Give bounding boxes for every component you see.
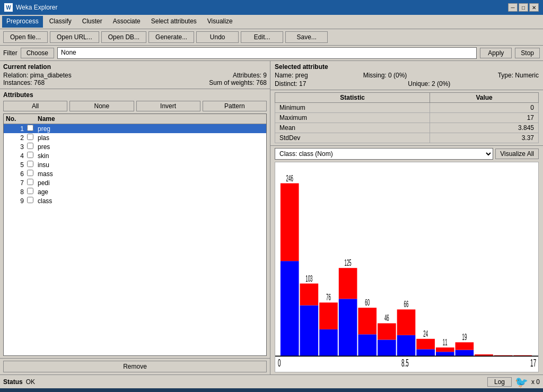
row-checkbox[interactable] xyxy=(27,143,38,151)
bar-blue xyxy=(319,329,338,356)
row-checkbox[interactable] xyxy=(27,188,38,196)
remove-button[interactable]: Remove xyxy=(3,361,267,372)
bar-label: 19 xyxy=(462,333,467,342)
stat-name: Mean xyxy=(275,123,430,133)
bar-blue xyxy=(378,339,396,356)
stats-row: Mean 3.845 xyxy=(275,123,539,133)
instances: Instances: 768 xyxy=(3,79,45,86)
status-bar: Status OK Log 🐦 x 0 xyxy=(0,374,543,388)
sum-weights-value: 768 xyxy=(256,79,267,86)
bar-red xyxy=(339,268,357,299)
status-label: Status xyxy=(3,378,23,386)
table-row[interactable]: 2 plas xyxy=(4,133,266,142)
row-number: 2 xyxy=(6,134,27,142)
table-row[interactable]: 8 age xyxy=(4,187,266,196)
table-row[interactable]: 3 pres xyxy=(4,142,266,151)
undo-button[interactable]: Undo xyxy=(196,31,239,43)
stats-row: StdDev 3.37 xyxy=(275,133,539,143)
class-bar: Class: class (Nom) Visualize All xyxy=(270,145,543,162)
class-select[interactable]: Class: class (Nom) xyxy=(275,148,493,160)
bar-blue xyxy=(339,299,357,356)
row-number: 4 xyxy=(6,152,27,160)
attributes-table: No. Name 1 preg 2 plas 3 pres 4 skin 5 i… xyxy=(3,114,267,356)
maximize-button[interactable]: □ xyxy=(519,3,528,12)
row-checkbox[interactable] xyxy=(27,161,38,169)
none-button[interactable]: None xyxy=(69,101,134,111)
menu-visualize[interactable]: Visualize xyxy=(203,16,237,28)
minimize-button[interactable]: ─ xyxy=(508,3,518,12)
table-row[interactable]: 7 pedi xyxy=(4,178,266,187)
generate-button[interactable]: Generate... xyxy=(148,31,194,43)
left-panel: Current relation Relation: pima_diabetes… xyxy=(0,61,270,374)
open-file-button[interactable]: Open file... xyxy=(3,31,48,43)
selected-attr-section: Selected attribute Name: preg Missing: 0… xyxy=(270,61,543,90)
bar-label: 46 xyxy=(384,314,389,324)
row-name: insu xyxy=(38,161,264,169)
table-row[interactable]: 9 class xyxy=(4,196,266,205)
row-number: 1 xyxy=(6,125,27,133)
bar-label: 103 xyxy=(305,274,312,284)
menu-cluster[interactable]: Cluster xyxy=(78,16,107,28)
attr-missing: Missing: 0 (0%) xyxy=(363,72,451,79)
all-button[interactable]: All xyxy=(3,101,67,111)
menu-select-attributes[interactable]: Select attributes xyxy=(147,16,201,28)
attr-type: Type: Numeric xyxy=(451,72,539,79)
table-row[interactable]: 6 mass xyxy=(4,169,266,178)
title-bar-controls: ─ □ ✕ xyxy=(508,3,539,12)
open-url-button[interactable]: Open URL... xyxy=(50,31,99,43)
bar-label: 24 xyxy=(423,329,428,339)
invert-button[interactable]: Invert xyxy=(136,101,200,111)
bar-blue xyxy=(436,352,454,356)
table-row[interactable]: 4 skin xyxy=(4,151,266,160)
attr-table-header: No. Name xyxy=(4,114,266,124)
toolbar: Open file... Open URL... Open DB... Gene… xyxy=(0,29,543,46)
table-row[interactable]: 5 insu xyxy=(4,160,266,169)
relation-info: Relation: pima_diabetes Attributes: 9 xyxy=(3,72,267,79)
stop-button[interactable]: Stop xyxy=(515,48,540,58)
histogram-area: 24610376125604666241119 0 8.5 17 xyxy=(275,162,539,372)
row-checkbox[interactable] xyxy=(27,152,38,160)
table-row[interactable]: 1 preg xyxy=(4,124,266,133)
edit-button[interactable]: Edit... xyxy=(241,31,283,43)
main-area: Current relation Relation: pima_diabetes… xyxy=(0,61,543,374)
stat-name: Minimum xyxy=(275,103,430,113)
row-name: preg xyxy=(38,125,264,133)
x-count: x 0 xyxy=(531,378,540,386)
selected-attr-info: Name: preg Missing: 0 (0%) Type: Numeric… xyxy=(275,72,539,88)
row-checkbox[interactable] xyxy=(27,179,38,187)
menu-associate[interactable]: Associate xyxy=(109,16,145,28)
stat-name: Maximum xyxy=(275,113,430,123)
histogram-svg: 24610376125604666241119 0 8.5 17 xyxy=(275,162,538,372)
row-checkbox[interactable] xyxy=(27,170,38,178)
menu-preprocess[interactable]: Preprocess xyxy=(2,16,43,28)
selected-attr-title: Selected attribute xyxy=(275,63,539,71)
pattern-button[interactable]: Pattern xyxy=(203,101,267,111)
open-db-button[interactable]: Open DB... xyxy=(101,31,146,43)
visualize-all-button[interactable]: Visualize All xyxy=(495,149,539,159)
attr-rows-container: 1 preg 2 plas 3 pres 4 skin 5 insu 6 mas… xyxy=(4,124,266,205)
sum-weights: Sum of weights: 768 xyxy=(209,79,267,86)
apply-button[interactable]: Apply xyxy=(480,48,512,58)
save-button[interactable]: Save... xyxy=(285,31,328,43)
row-name: skin xyxy=(38,152,264,160)
stat-name: StdDev xyxy=(275,133,430,143)
stats-tbody: Minimum 0 Maximum 17 Mean 3.845 StdDev 3… xyxy=(275,103,539,143)
choose-button[interactable]: Choose xyxy=(21,48,54,58)
menu-classify[interactable]: Classify xyxy=(45,16,76,28)
stats-table: Statistic Value Minimum 0 Maximum 17 Mea… xyxy=(275,92,539,143)
window-title: Weka Explorer xyxy=(16,4,57,11)
bar-red xyxy=(378,323,396,339)
bar-label: 66 xyxy=(404,300,409,310)
close-button[interactable]: ✕ xyxy=(529,3,539,12)
row-checkbox[interactable] xyxy=(27,197,38,205)
log-button[interactable]: Log xyxy=(487,377,512,387)
remove-section: Remove xyxy=(0,358,270,374)
attributes-section: Attributes All None Invert Pattern No. N… xyxy=(0,89,270,358)
bar-blue xyxy=(397,335,416,356)
relation-section: Current relation Relation: pima_diabetes… xyxy=(0,61,270,89)
attributes-label: Attributes: xyxy=(233,72,261,79)
col-name: Name xyxy=(38,115,264,123)
row-checkbox[interactable] xyxy=(27,134,38,142)
instances-label: Instances: xyxy=(3,79,32,86)
row-checkbox[interactable] xyxy=(27,125,38,133)
